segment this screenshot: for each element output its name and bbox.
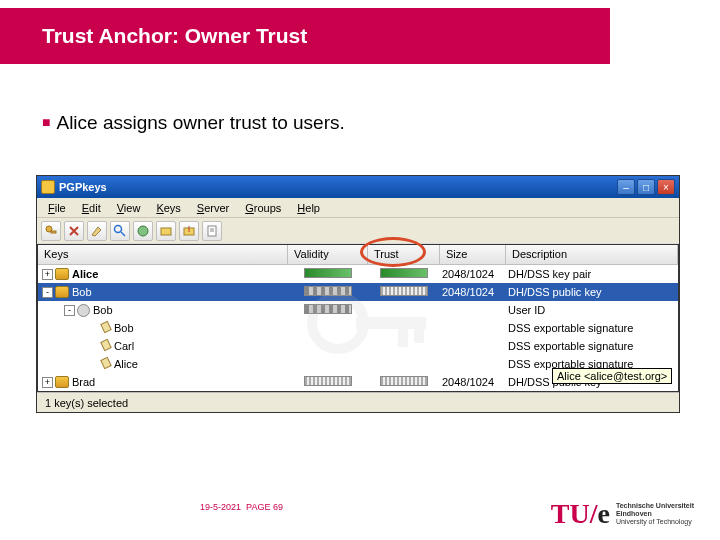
logo-subtitle: Technische Universiteit Eindhoven Univer… — [616, 502, 694, 526]
pub-icon — [55, 286, 69, 298]
bullet-text: Alice assigns owner trust to users. — [56, 112, 344, 133]
window-title: PGPkeys — [59, 181, 107, 193]
svg-rect-5 — [161, 228, 171, 235]
sig-icon — [99, 322, 111, 334]
sig-icon — [99, 340, 111, 352]
pub-icon — [55, 376, 69, 388]
slide-title: Trust Anchor: Owner Trust — [42, 24, 307, 48]
validity-bar — [304, 268, 352, 278]
key-row[interactable]: +Alice 2048/1024DH/DSS key pair — [38, 265, 678, 283]
slide-footer: 19-5-2021 PAGE 69 — [200, 502, 283, 512]
svg-line-3 — [121, 232, 125, 236]
expand-toggle[interactable]: + — [42, 269, 53, 280]
tooltip: Alice <alice@test.org> — [552, 368, 672, 384]
slide-title-bar: Trust Anchor: Owner Trust — [0, 8, 610, 64]
svg-rect-13 — [414, 329, 424, 343]
pair-icon — [55, 268, 69, 280]
grid-header: Keys Validity Trust Size Description — [38, 245, 678, 265]
slide-bullet: ■Alice assigns owner trust to users. — [42, 112, 345, 134]
desc-cell: DH/DSS public key — [506, 286, 678, 298]
col-trust[interactable]: Trust — [368, 245, 440, 264]
toolbar-export-icon[interactable] — [179, 221, 199, 241]
desc-cell: DH/DSS key pair — [506, 268, 678, 280]
toolbar-delete-icon[interactable] — [64, 221, 84, 241]
toolbar-search-icon[interactable] — [110, 221, 130, 241]
menu-server[interactable]: Server — [190, 200, 236, 216]
footer-page: PAGE 69 — [246, 502, 283, 512]
close-button[interactable]: × — [657, 179, 675, 195]
user-icon — [77, 304, 90, 317]
svg-rect-1 — [51, 231, 56, 233]
svg-point-4 — [138, 226, 148, 236]
col-description[interactable]: Description — [506, 245, 678, 264]
toolbar — [37, 218, 679, 244]
key-name: Bob — [93, 304, 113, 316]
trust-bar — [380, 268, 428, 278]
menu-groups[interactable]: Groups — [238, 200, 288, 216]
key-name: Brad — [72, 376, 95, 388]
desc-cell: User ID — [506, 304, 678, 316]
toolbar-properties-icon[interactable] — [202, 221, 222, 241]
desc-cell: DSS exportable signature — [506, 340, 678, 352]
expand-toggle[interactable]: - — [64, 305, 75, 316]
toolbar-import-icon[interactable] — [156, 221, 176, 241]
expand-toggle[interactable]: - — [42, 287, 53, 298]
key-name: Bob — [114, 322, 134, 334]
expand-toggle[interactable]: + — [42, 377, 53, 388]
col-size[interactable]: Size — [440, 245, 506, 264]
maximize-button[interactable]: □ — [637, 179, 655, 195]
col-keys[interactable]: Keys — [38, 245, 288, 264]
desc-cell: DSS exportable signature — [506, 322, 678, 334]
svg-rect-12 — [398, 329, 408, 347]
app-icon — [41, 180, 55, 194]
toolbar-server-icon[interactable] — [133, 221, 153, 241]
menu-edit[interactable]: Edit — [75, 200, 108, 216]
status-text: 1 key(s) selected — [45, 397, 128, 409]
key-name: Alice — [72, 268, 98, 280]
menu-help[interactable]: Help — [290, 200, 327, 216]
footer-date: 19-5-2021 — [200, 502, 241, 512]
menu-bar: File Edit View Keys Server Groups Help — [37, 198, 679, 218]
key-name: Carl — [114, 340, 134, 352]
bullet-icon: ■ — [42, 114, 50, 130]
logo-text-e: e — [597, 498, 609, 529]
toolbar-sign-icon[interactable] — [87, 221, 107, 241]
toolbar-new-key-icon[interactable] — [41, 221, 61, 241]
col-validity[interactable]: Validity — [288, 245, 368, 264]
menu-file[interactable]: File — [41, 200, 73, 216]
size-cell: 2048/1024 — [440, 376, 506, 388]
menu-view[interactable]: View — [110, 200, 148, 216]
size-cell: 2048/1024 — [440, 286, 506, 298]
svg-point-2 — [115, 225, 122, 232]
tue-logo: TU/e Technische Universiteit Eindhoven U… — [551, 498, 694, 530]
watermark-key-icon — [298, 285, 438, 405]
logo-text-tu: TU/e — [551, 498, 610, 530]
sig-icon — [99, 358, 111, 370]
window-titlebar[interactable]: PGPkeys – □ × — [37, 176, 679, 198]
size-cell: 2048/1024 — [440, 268, 506, 280]
key-name: Bob — [72, 286, 92, 298]
minimize-button[interactable]: – — [617, 179, 635, 195]
key-name: Alice — [114, 358, 138, 370]
svg-rect-11 — [356, 317, 426, 329]
menu-keys[interactable]: Keys — [149, 200, 187, 216]
